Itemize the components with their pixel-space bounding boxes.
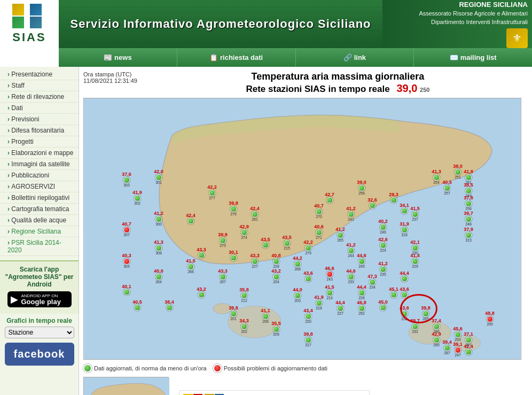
sidebar-item-rete[interactable]: Rete di rilevazione <box>0 91 79 103</box>
station-marker: 37,4 286 <box>432 319 441 334</box>
nav-richiesta-dati[interactable]: 📋 richiesta dati <box>177 48 296 67</box>
sidebar-item-cartografia[interactable]: Cartografia tematica <box>0 204 79 215</box>
sidebar-item-pubblicazioni[interactable]: Pubblicazioni <box>0 170 79 181</box>
sidebar-item-bollettini[interactable]: Bollettini riepilogativi <box>0 192 79 204</box>
content-header: Ora stampa (UTC) 11/08/2021 12:31:49 Tem… <box>83 71 528 95</box>
nav-link[interactable]: 🔗 link <box>296 48 414 67</box>
sidebar-item-progetti[interactable]: Progetti <box>0 136 79 148</box>
sidebar-item-qualita[interactable]: Qualità delle acque <box>0 215 79 226</box>
legend-green-text: Dati aggiornati, di norma da meno di un'… <box>94 365 207 371</box>
station-marker: 40,3 304 <box>122 253 131 268</box>
play-store-icon: ▶ <box>11 293 18 305</box>
station-marker: 42,4 <box>186 213 195 224</box>
station-marker: 41,8 281 <box>464 169 473 184</box>
station-marker: 41,5 214 <box>325 285 334 300</box>
legend-red-item: Possibili problemi di aggiornamento dati <box>213 364 327 373</box>
main-temp: 39,0 <box>396 82 417 94</box>
station-marker: 38,5 249 <box>464 183 473 198</box>
station-marker: 40,5 <box>132 300 142 311</box>
sidebar-item-presentazione[interactable]: Presentazione <box>0 69 79 80</box>
station-selector-area: Stazione <box>0 327 79 338</box>
map-legend: Dati aggiornati, di norma da meno di un'… <box>83 364 528 373</box>
station-marker: 41,5 237 <box>410 206 420 221</box>
station-marker: 40,6 271 <box>314 224 324 239</box>
map-title-area: Temperatura aria massima giornaliera Ret… <box>148 71 528 95</box>
content-area: Ora stampa (UTC) 11/08/2021 12:31:49 Tem… <box>79 67 532 395</box>
station-marker: 44,2 288 <box>293 256 302 271</box>
station-marker: 41,3 254 <box>432 169 441 184</box>
station-marker: 39,7 248 <box>464 211 473 226</box>
station-marker: 39,8 276 <box>229 201 238 216</box>
station-marker: 45,1 <box>389 286 398 298</box>
station-marker: 37,8 256 <box>464 196 473 211</box>
station-marker: 44,0 203 <box>293 288 302 303</box>
station-marker: 39,8 317 <box>303 332 313 347</box>
station-marker: 46,6 243 <box>325 266 334 281</box>
station-marker: 42,4 <box>464 344 473 355</box>
data-request-icon: 📋 <box>209 53 218 61</box>
station-marker: 38,0 251 <box>453 164 463 179</box>
nav-news[interactable]: 📰 news <box>59 48 177 67</box>
station-marker: 40,7 307 <box>122 222 131 237</box>
station-select[interactable]: Stazione <box>5 327 74 338</box>
station-marker: 34,3 202 <box>239 319 249 334</box>
station-marker: 43,6 <box>303 271 313 282</box>
region-dept2: Dipartimento Interventi Infrastrutturali <box>419 18 528 26</box>
main-temp-id: 250 <box>420 87 429 93</box>
sicily-emblem: ⚜ <box>506 28 528 48</box>
station-marker: 41,2 241 <box>346 206 356 221</box>
sidebar-item-elaborazioni[interactable]: Elaborazioni e mappe <box>0 148 79 159</box>
sidebar-item-immagini[interactable]: Immagini da satellite <box>0 159 79 170</box>
nav-mailing-list[interactable]: ✉️ mailing list <box>414 48 532 67</box>
station-marker: 42,9 274 <box>239 224 249 239</box>
sidebar-item-psr[interactable]: PSR Sicilia 2014-2020 <box>0 237 79 256</box>
legend-red-dot <box>213 364 222 373</box>
station-marker: 37,9 313 <box>464 227 473 242</box>
logo-square-3 <box>12 17 24 28</box>
play-store-text: ANDROID APP ON Google play <box>21 293 61 305</box>
regione-badge: Regione Siciliana Servizio Informativo A… <box>179 390 370 395</box>
station-marker: 41,4 229 <box>410 253 420 268</box>
bottom-section: 39,8 317 <box>83 377 528 395</box>
station-marker: 35,8 212 <box>239 288 249 303</box>
facebook-button[interactable]: facebook <box>5 343 74 366</box>
station-marker: 41,3 308 <box>154 240 163 255</box>
station-marker: 32,6 <box>367 198 377 209</box>
map-title-line1: Temperatura aria massima giornaliera <box>148 71 528 82</box>
station-marker: 41,2 235 <box>378 261 388 276</box>
timestamp-label: Ora stampa (UTC) <box>83 71 137 78</box>
sidebar-item-regione[interactable]: Regione Siciliana <box>0 226 79 237</box>
station-marker: 40,2 246 <box>378 219 388 234</box>
station-marker: 42,1 230 <box>410 240 420 255</box>
sidebar-item-dati[interactable]: Dati <box>0 103 79 114</box>
station-marker: 45,0 <box>378 300 388 311</box>
station-marker: 41,1 208 <box>261 308 270 323</box>
realtime-graphs-link[interactable]: Grafici in tempo reale <box>0 314 79 327</box>
google-play-button[interactable]: ▶ ANDROID APP ON Google play <box>7 291 72 307</box>
navbar: 📰 news 📋 richiesta dati 🔗 link ✉️ mailin… <box>59 48 532 67</box>
station-marker: 40,0 264 <box>154 269 163 284</box>
station-marker: 41,2 265 <box>335 227 345 242</box>
station-marker: 40,7 270 <box>314 204 324 219</box>
sidebar-item-staff[interactable]: Staff <box>0 80 79 91</box>
sidebar-item-difesa[interactable]: Difesa fitosanitaria <box>0 125 79 136</box>
region-name: REGIONE SICILIANA <box>419 0 528 10</box>
header-right: REGIONE SICILIANA Assessorato Risorse Ag… <box>382 0 532 48</box>
legend-red-text: Possibili problemi di aggiornamento dati <box>224 365 327 371</box>
header-title: Servizio Informativo Agrometeorologico S… <box>69 17 372 31</box>
station-marker: 43,2 <box>197 286 206 298</box>
station-marker: 43,4 220 <box>303 308 313 323</box>
highlight-circle <box>400 294 437 323</box>
station-marker: 44,6 233 <box>346 269 356 284</box>
station-marker: 41,5 266 <box>186 259 195 274</box>
sidebar-item-agroservizi[interactable]: AGROSERVIZI <box>0 181 79 192</box>
station-marker: 48,8 290 <box>485 311 495 326</box>
station-marker: 37,1 297 <box>464 332 473 347</box>
sidebar-item-previsioni[interactable]: Previsioni <box>0 114 79 125</box>
timestamp-value: 11/08/2021 12:31:49 <box>83 78 137 84</box>
station-marker: 46,8 292 <box>357 300 366 315</box>
station-marker: 44,6 245 <box>357 253 366 268</box>
station-marker: 42,2 279 <box>303 240 313 255</box>
app-title: Scarica l'app "Agrometeo SIAS" per Andro… <box>3 266 75 288</box>
stations-layer: 37,6 303 41,9 302 42,0 301 40,7 307 41,2… <box>84 98 521 359</box>
